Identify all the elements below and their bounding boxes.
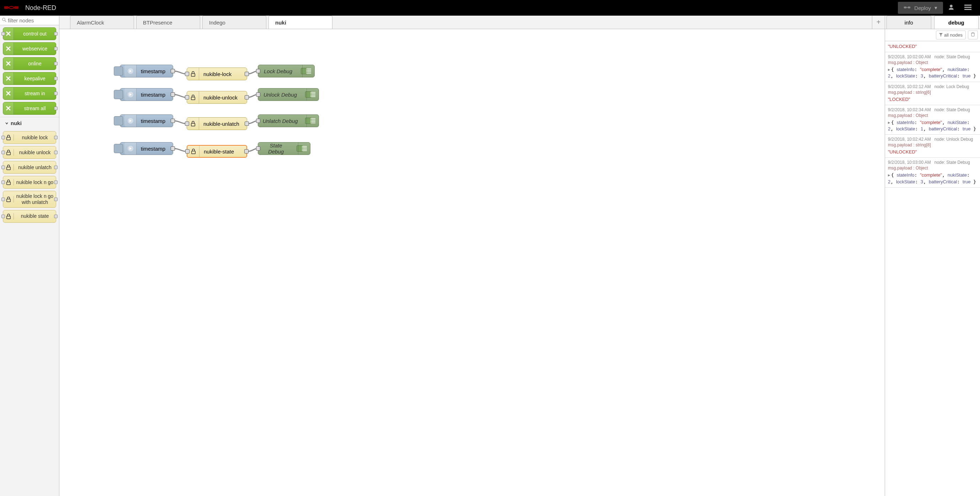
output-port[interactable] <box>245 72 249 76</box>
debug-message[interactable]: 9/2/2018, 10:02:42 AM node: Unlock Debug… <box>885 135 980 158</box>
filter-all-nodes-button[interactable]: all nodes <box>936 30 966 40</box>
input-port[interactable] <box>185 72 189 76</box>
debug-node[interactable]: Unlock Debug <box>258 88 319 101</box>
svg-rect-14 <box>6 199 10 202</box>
node-label: webservice <box>14 45 56 52</box>
sidebar-tab-info[interactable]: info <box>886 16 931 29</box>
debug-icon <box>298 143 310 155</box>
input-port[interactable] <box>256 92 260 97</box>
palette-node-webservice[interactable]: ✕webservice <box>3 42 56 55</box>
input-port[interactable] <box>185 95 189 100</box>
node-type-icon: ✕ <box>3 57 14 70</box>
debug-node[interactable]: Lock Debug <box>258 65 315 78</box>
workspace: AlarmClockBTPresenceIndegonuki + timesta… <box>59 16 885 496</box>
node-red-logo-icon <box>3 5 19 11</box>
debug-message[interactable]: 9/2/2018, 10:02:00 AM node: State Debugm… <box>885 52 980 82</box>
inject-node[interactable]: timestamp <box>120 142 173 155</box>
output-port[interactable] <box>244 149 248 154</box>
port <box>2 151 5 154</box>
debug-message[interactable]: 9/2/2018, 10:02:34 AM node: State Debugm… <box>885 105 980 135</box>
node-label: keepalive <box>14 75 56 82</box>
node-label: online <box>14 60 56 68</box>
debug-message[interactable]: "UNLOCKED" <box>885 41 980 52</box>
add-tab-button[interactable]: + <box>872 16 885 29</box>
flow-canvas[interactable]: timestampnukible-lockLock Debugtimestamp… <box>59 29 770 455</box>
chevron-down-icon: ▾ <box>934 5 937 11</box>
inject-button[interactable] <box>114 90 123 99</box>
svg-rect-15 <box>6 216 10 219</box>
tab-btpresence[interactable]: BTPresence <box>136 16 200 29</box>
palette-node-keepalive[interactable]: ✕keepalive <box>3 72 56 85</box>
palette-node-stream-all[interactable]: ✕stream all <box>3 102 56 115</box>
inject-button[interactable] <box>114 67 123 76</box>
debug-payload: "UNLOCKED" <box>888 43 977 50</box>
palette-node-control-out[interactable]: ✕control out <box>3 27 56 40</box>
tab-indego[interactable]: Indego <box>202 16 266 29</box>
inject-button[interactable] <box>114 116 123 125</box>
tab-nuki[interactable]: nuki <box>269 16 332 29</box>
palette-node-nukible-state[interactable]: nukible state <box>3 210 56 223</box>
input-port[interactable] <box>256 146 260 151</box>
palette-node-stream-in[interactable]: ✕stream in <box>3 87 56 100</box>
palette-category-nuki[interactable]: nuki <box>0 117 59 129</box>
debug-meta: 9/2/2018, 10:02:42 AM node: Unlock Debug <box>888 137 977 142</box>
node-label: timestamp <box>137 146 173 152</box>
debug-message[interactable]: 9/2/2018, 10:03:00 AM node: State Debugm… <box>885 158 980 187</box>
debug-payload: ▸{ stateInfo: "complete", nukiState: 2, … <box>888 67 977 79</box>
input-port[interactable] <box>185 149 189 154</box>
node-label: nukible unlatch <box>14 164 56 171</box>
debug-icon <box>302 65 314 77</box>
svg-rect-24 <box>972 33 974 36</box>
nukible-node[interactable]: nukible-lock <box>187 68 247 80</box>
palette-node-nukible-unlatch[interactable]: nukible unlatch <box>3 161 56 174</box>
inject-node[interactable]: timestamp <box>120 65 173 78</box>
svg-rect-0 <box>4 6 8 9</box>
input-port[interactable] <box>256 119 260 123</box>
input-port[interactable] <box>256 69 260 73</box>
palette-node-nukible-unlock[interactable]: nukible unlock <box>3 146 56 159</box>
tab-alarmclock[interactable]: AlarmClock <box>70 16 134 29</box>
input-port[interactable] <box>185 122 189 126</box>
port <box>54 166 57 169</box>
output-port[interactable] <box>245 95 249 100</box>
inject-node[interactable]: timestamp <box>120 88 173 101</box>
inject-icon <box>124 115 137 127</box>
node-label: timestamp <box>137 68 173 74</box>
debug-message-list[interactable]: "UNLOCKED"9/2/2018, 10:02:00 AM node: St… <box>885 41 980 496</box>
canvas-scroll[interactable]: timestampnukible-lockLock Debugtimestamp… <box>59 29 885 496</box>
debug-meta: 9/2/2018, 10:02:00 AM node: State Debug <box>888 54 977 59</box>
category-label: nuki <box>11 120 22 126</box>
filter-icon <box>939 32 943 38</box>
debug-node[interactable]: Unlatch Debug <box>258 114 319 127</box>
output-port[interactable] <box>171 69 175 73</box>
node-label: nukible lock n go <box>14 179 56 186</box>
output-port[interactable] <box>171 146 175 151</box>
nukible-node[interactable]: nukible-state <box>187 145 247 158</box>
output-port[interactable] <box>245 122 249 126</box>
output-port[interactable] <box>171 119 175 123</box>
palette-node-online[interactable]: ✕online <box>3 57 56 70</box>
nukible-node[interactable]: nukible-unlatch <box>187 117 247 130</box>
sidebar-tab-debug[interactable]: debug <box>934 16 979 29</box>
node-label: nukible state <box>14 212 56 220</box>
nukible-node[interactable]: nukible-unlock <box>187 91 247 104</box>
palette-search[interactable] <box>0 16 59 25</box>
hamburger-menu-icon[interactable] <box>959 0 977 16</box>
node-type-icon: ✕ <box>3 102 14 114</box>
user-icon[interactable] <box>943 0 959 16</box>
svg-rect-23 <box>191 151 195 154</box>
output-port[interactable] <box>171 92 175 97</box>
node-label: stream all <box>14 105 56 112</box>
palette-node-nukible-lock-n-go-with-unlatch[interactable]: nukible lock n go with unlatch <box>3 191 56 208</box>
debug-meta: 9/2/2018, 10:02:34 AM node: State Debug <box>888 107 977 112</box>
palette-node-nukible-lock[interactable]: nukible lock <box>3 131 56 144</box>
palette-node-nukible-lock-n-go[interactable]: nukible lock n go <box>3 176 56 189</box>
debug-message[interactable]: 9/2/2018, 10:02:12 AM node: Lock Debugms… <box>885 82 980 105</box>
clear-debug-button[interactable] <box>968 30 978 40</box>
inject-button[interactable] <box>114 144 123 153</box>
deploy-button[interactable]: Deploy ▾ <box>898 2 943 14</box>
inject-node[interactable]: timestamp <box>120 114 173 127</box>
debug-node[interactable]: State Debug <box>258 142 310 155</box>
node-type-icon: ✕ <box>3 43 14 55</box>
port <box>2 136 5 139</box>
